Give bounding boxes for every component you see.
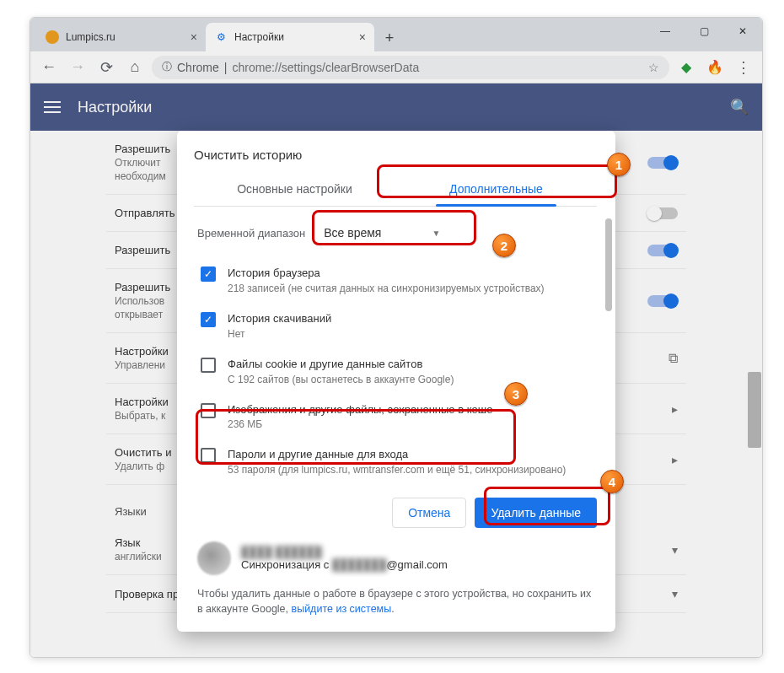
- avatar: [197, 541, 231, 575]
- sync-prefix: Синхронизация с: [241, 558, 332, 571]
- checkbox-row-download-history[interactable]: ✓ История скачиваний Нет: [197, 303, 607, 348]
- sync-name-blurred: ████ ██████: [241, 546, 448, 558]
- dialog-tabs: Основные настройки Дополнительные: [194, 172, 597, 207]
- time-range-row: Временной диапазон Все время ▼: [197, 218, 607, 247]
- clear-data-button[interactable]: Удалить данные: [475, 498, 597, 528]
- footer-period: .: [391, 603, 394, 615]
- sync-account-row: ████ ██████ Синхронизация с ███████@gmai…: [194, 528, 612, 579]
- tab-advanced[interactable]: Дополнительные: [395, 172, 597, 206]
- time-range-select[interactable]: Все время ▼: [314, 218, 450, 247]
- checkbox-title: Изображения и другие файлы, сохраненные …: [228, 402, 492, 418]
- checkbox-title: Пароли и другие данные для входа: [228, 447, 566, 463]
- footer-note: Чтобы удалить данные о работе в браузере…: [194, 579, 612, 616]
- checkbox[interactable]: [201, 358, 216, 373]
- sync-text: ████ ██████ Синхронизация с ███████@gmai…: [241, 546, 448, 571]
- sync-suffix: @gmail.com: [386, 558, 447, 571]
- checkbox-title: Файлы cookie и другие данные сайтов: [228, 357, 454, 373]
- sync-email-blurred: ███████: [332, 558, 386, 571]
- checkbox[interactable]: [201, 403, 216, 418]
- clear-data-dialog: Очистить историю Основные настройки Допо…: [177, 131, 615, 632]
- time-range-label: Временной диапазон: [197, 227, 305, 240]
- checkbox-title: История скачиваний: [228, 311, 331, 327]
- dropdown-triangle-icon: ▼: [432, 229, 440, 238]
- checkbox-sub: Нет: [228, 328, 331, 340]
- checkbox[interactable]: [201, 448, 216, 463]
- dialog-actions: Отмена Удалить данные: [194, 489, 612, 528]
- tab-basic[interactable]: Основные настройки: [194, 172, 395, 206]
- checkbox[interactable]: ✓: [201, 312, 216, 327]
- checkbox-sub: С 192 сайтов (вы останетесь в аккаунте G…: [228, 374, 454, 385]
- dialog-title: Очистить историю: [194, 148, 612, 162]
- checkbox-sub: 53 пароля (для lumpics.ru, wmtransfer.co…: [228, 464, 566, 476]
- time-range-value: Все время: [324, 226, 381, 240]
- checkbox[interactable]: ✓: [201, 267, 216, 282]
- dialog-scroll-thumb[interactable]: [605, 218, 612, 311]
- cancel-button[interactable]: Отмена: [392, 498, 466, 528]
- checkbox-title: История браузера: [228, 266, 545, 282]
- sign-out-link[interactable]: выйдите из системы: [292, 603, 392, 615]
- dialog-body: Временной диапазон Все время ▼ ✓ История…: [194, 207, 612, 489]
- checkbox-sub: 218 записей (не считая данных на синхрон…: [228, 283, 545, 294]
- checkbox-row-browsing-history[interactable]: ✓ История браузера 218 записей (не счита…: [197, 257, 607, 303]
- checkbox-row-passwords[interactable]: Пароли и другие данные для входа 53 паро…: [197, 439, 607, 484]
- checkbox-row-cookies[interactable]: Файлы cookie и другие данные сайтов С 19…: [197, 348, 607, 394]
- checkbox-sub: 236 МБ: [228, 418, 492, 430]
- checkbox-row-cache[interactable]: Изображения и другие файлы, сохраненные …: [197, 394, 607, 439]
- browser-window: ― ▢ ✕ Lumpics.ru × ⚙ Настройки × + ← → ⟳…: [30, 17, 763, 658]
